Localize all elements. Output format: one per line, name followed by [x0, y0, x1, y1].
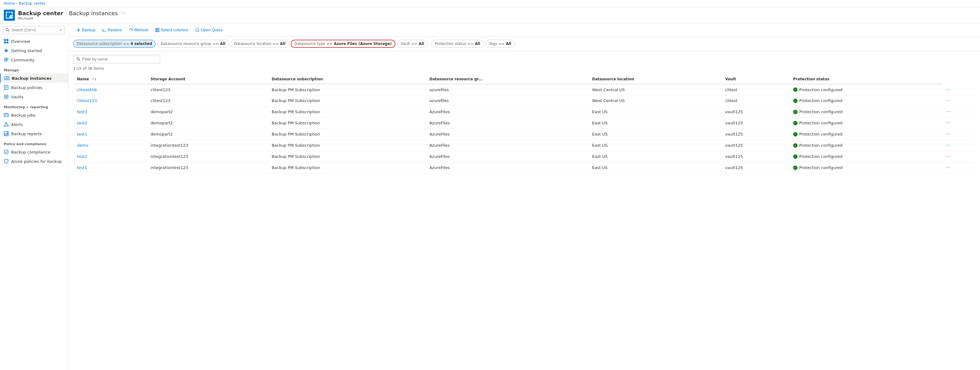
status-dot: ✓	[793, 132, 797, 137]
row-link[interactable]: test3	[77, 110, 87, 114]
table-row[interactable]: clitest123clitest123Backup PM Subscripti…	[73, 95, 975, 106]
row-link[interactable]: demo	[77, 143, 88, 148]
status-label: Protection configured	[799, 143, 843, 148]
cell-row-actions[interactable]: ···	[942, 151, 975, 162]
col-datasource-resource-group[interactable]: Datasource resource gr...	[426, 75, 589, 84]
sidebar-item-backup-instances[interactable]: Backup instances	[0, 73, 68, 83]
cell-row-actions[interactable]: ···	[942, 84, 975, 95]
cell-row-actions[interactable]: ···	[942, 129, 975, 140]
main-content: Backup Restore Refresh Select columns Op…	[68, 24, 980, 370]
row-link[interactable]: test2	[77, 121, 87, 125]
ellipsis-btn[interactable]: ···	[121, 10, 126, 16]
cell-protection-status: ✓ Protection configured	[789, 84, 942, 95]
svg-rect-4	[4, 41, 6, 43]
search-input[interactable]	[11, 28, 58, 32]
cell-row-actions[interactable]: ···	[942, 95, 975, 106]
table-row[interactable]: test2demopart2Backup PM SubscriptionAzur…	[73, 118, 975, 129]
sidebar-item-vaults[interactable]: Vaults	[0, 92, 68, 102]
title-divider: |	[65, 10, 67, 16]
cell-name[interactable]: test2	[73, 118, 147, 129]
cell-name[interactable]: demo	[73, 140, 147, 151]
cell-storage-account: demopart2	[147, 129, 268, 140]
cell-name[interactable]: test1	[73, 129, 147, 140]
cell-name[interactable]: test2	[73, 151, 147, 162]
table-row[interactable]: test1demopart2Backup PM SubscriptionAzur…	[73, 129, 975, 140]
status-dot: ✓	[793, 121, 797, 125]
breadcrumb-home[interactable]: Home	[4, 1, 14, 6]
col-name[interactable]: Name ↑↓	[73, 75, 147, 84]
table-row[interactable]: demointegrationtest123Backup PM Subscrip…	[73, 140, 975, 151]
filter-protection-status[interactable]: Protection status == All	[431, 40, 484, 48]
svg-rect-28	[157, 28, 158, 32]
filter-search-icon	[76, 57, 80, 61]
col-datasource-subscription[interactable]: Datasource subscription	[268, 75, 426, 84]
row-link[interactable]: clitest456	[77, 87, 97, 92]
filter-value: All	[506, 41, 511, 46]
cell-name[interactable]: test1	[73, 162, 147, 173]
filters-row: Datasource subscription == 4 selected Da…	[68, 37, 980, 51]
cell-row-actions[interactable]: ···	[942, 118, 975, 129]
filter-datasource-resource-group[interactable]: Datasource resource group == All	[158, 40, 229, 48]
col-datasource-location[interactable]: Datasource location	[589, 75, 722, 84]
filter-name-input[interactable]	[82, 57, 157, 61]
cell-storage-account: demopart2	[147, 118, 268, 129]
getting-started-icon	[4, 48, 9, 53]
filter-tags[interactable]: Tags == All	[486, 40, 515, 48]
filter-vault[interactable]: Vault == All	[397, 40, 428, 48]
refresh-button[interactable]: Refresh	[126, 26, 152, 34]
svg-line-1	[8, 30, 9, 32]
cell-vault: vault125	[722, 151, 789, 162]
filter-key: Datasource resource group ==	[161, 41, 219, 46]
azure-policies-label: Azure policies for backup	[11, 159, 62, 164]
restore-button[interactable]: Restore	[99, 26, 125, 34]
table-row[interactable]: test1integrationtest123Backup PM Subscri…	[73, 162, 975, 173]
alerts-label: Alerts	[11, 122, 23, 127]
row-link[interactable]: test1	[77, 165, 87, 170]
collapse-icon[interactable]: «	[60, 28, 62, 32]
filter-datasource-location[interactable]: Datasource location == All	[231, 40, 289, 48]
col-storage-account[interactable]: Storage Account	[147, 75, 268, 84]
cell-row-actions[interactable]: ···	[942, 140, 975, 151]
cell-subscription: Backup PM Subscription	[268, 129, 426, 140]
status-label: Protection configured	[799, 87, 843, 92]
table-row[interactable]: clitest456clitest123Backup PM Subscripti…	[73, 84, 975, 95]
row-link[interactable]: test2	[77, 154, 87, 159]
filter-value: All	[418, 41, 424, 46]
overview-label: Overview	[11, 39, 30, 44]
filter-datasource-type[interactable]: Datasource type == Azure Files (Azure St…	[291, 40, 395, 48]
sidebar-item-backup-compliance[interactable]: Backup compliance	[0, 147, 68, 157]
cell-name[interactable]: clitest123	[73, 95, 147, 106]
cell-name[interactable]: clitest456	[73, 84, 147, 95]
cell-row-actions[interactable]: ···	[942, 162, 975, 173]
cell-row-actions[interactable]: ···	[942, 106, 975, 118]
cell-subscription: Backup PM Subscription	[268, 84, 426, 95]
app-icon	[4, 10, 15, 21]
cell-vault: vault125	[722, 118, 789, 129]
svg-rect-23	[7, 132, 8, 135]
sidebar-item-alerts[interactable]: Alerts	[0, 120, 68, 129]
col-protection-status[interactable]: Protection status	[789, 75, 942, 84]
sidebar-item-backup-reports[interactable]: Backup reports	[0, 129, 68, 138]
sidebar-item-azure-policies[interactable]: Azure policies for backup	[0, 157, 68, 166]
backup-button[interactable]: Backup	[73, 26, 99, 34]
open-query-button[interactable]: Open Query	[192, 26, 226, 34]
row-link[interactable]: clitest123	[77, 98, 97, 103]
sidebar-item-community[interactable]: Community	[0, 55, 68, 65]
cell-resource-group: AzureFiles	[426, 106, 589, 118]
sidebar-item-getting-started[interactable]: Getting started	[0, 46, 68, 55]
sidebar-item-backup-policies[interactable]: Backup policies	[0, 83, 68, 92]
filter-datasource-subscription[interactable]: Datasource subscription == 4 selected	[73, 40, 156, 48]
sidebar-item-backup-jobs[interactable]: Backup jobs	[0, 110, 68, 120]
cell-name[interactable]: test3	[73, 106, 147, 118]
status-label: Protection configured	[799, 110, 843, 114]
filter-input-row	[73, 55, 975, 63]
col-vault[interactable]: Vault	[722, 75, 789, 84]
svg-rect-5	[6, 41, 8, 43]
backup-reports-label: Backup reports	[11, 132, 41, 136]
table-row[interactable]: test3demopart2Backup PM SubscriptionAzur…	[73, 106, 975, 118]
select-columns-button[interactable]: Select columns	[152, 26, 191, 34]
community-icon	[4, 57, 9, 62]
sidebar-item-overview[interactable]: Overview	[0, 37, 68, 46]
table-row[interactable]: test2integrationtest123Backup PM Subscri…	[73, 151, 975, 162]
row-link[interactable]: test1	[77, 132, 87, 137]
